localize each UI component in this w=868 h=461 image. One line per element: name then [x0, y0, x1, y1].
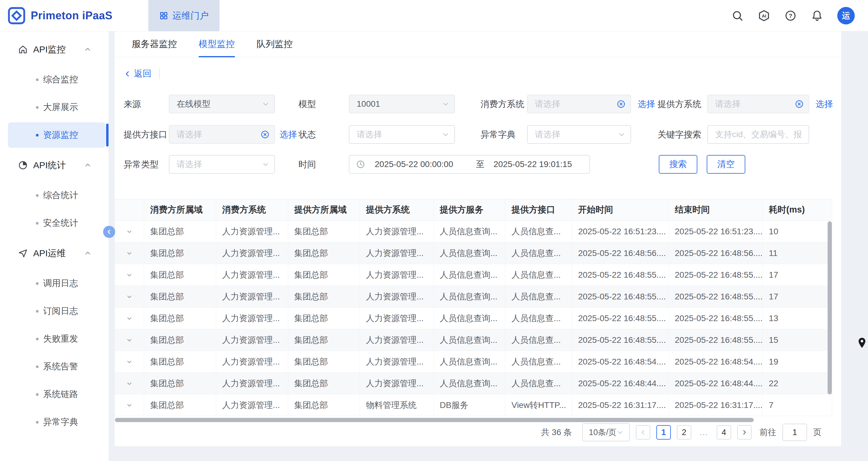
- search-button[interactable]: 搜索: [659, 155, 698, 174]
- sidebar-item-system-alert[interactable]: 系统告警: [8, 354, 105, 379]
- chevron-down-icon: [617, 428, 624, 436]
- time-end-value[interactable]: 2025-05-22 19:01:15: [494, 159, 572, 169]
- sidebar-item-label: 系统告警: [43, 361, 78, 373]
- sidebar-item-label: 异常字典: [43, 416, 78, 428]
- sidebar-group-api-stats[interactable]: API统计: [0, 150, 108, 180]
- table-cell: 人力资源管理...: [360, 264, 434, 285]
- sidebar-group-api-ops[interactable]: API运维: [0, 238, 108, 268]
- table-row: 集团总部人力资源管理...集团总部人力资源管理...人员信息查询...人员信息查…: [115, 308, 832, 329]
- page-size-value: 10条/页: [589, 427, 617, 438]
- tab-queue-monitor[interactable]: 队列监控: [256, 31, 293, 57]
- table-cell: 集团总部: [144, 329, 216, 351]
- exception-dict-select[interactable]: 请选择: [527, 125, 631, 144]
- next-page-button[interactable]: [737, 425, 752, 439]
- table-cell: 2025-05-22 16:48:56....: [669, 242, 763, 264]
- page-button-4[interactable]: 4: [717, 425, 731, 439]
- model-select[interactable]: 10001: [349, 95, 455, 113]
- clear-button[interactable]: 清空: [707, 155, 745, 174]
- status-select[interactable]: 请选择: [349, 125, 455, 144]
- page-ellipsis[interactable]: ...: [698, 428, 711, 437]
- table-cell: 2025-05-22 16:31:17....: [572, 394, 669, 416]
- row-expand-icon[interactable]: [115, 373, 144, 394]
- row-expand-icon[interactable]: [115, 264, 144, 285]
- table-cell: 集团总部: [144, 351, 216, 372]
- portal-tab[interactable]: 运维门户: [148, 0, 219, 31]
- goto-unit: 页: [813, 427, 822, 438]
- table-cell: 集团总部: [288, 394, 360, 416]
- vertical-scrollbar[interactable]: [828, 221, 832, 394]
- sidebar-item-label: 大屏展示: [43, 101, 78, 113]
- model-value: 10001: [356, 99, 380, 109]
- time-range-picker[interactable]: 2025-05-22 00:00:00 至 2025-05-22 19:01:1…: [349, 155, 590, 174]
- clear-circle-icon[interactable]: [260, 130, 270, 139]
- row-expand-icon[interactable]: [115, 286, 144, 307]
- chevron-up-icon: [84, 161, 92, 169]
- provider-interface-select-link[interactable]: 选择: [279, 125, 297, 144]
- tab-server-monitor[interactable]: 服务器监控: [132, 31, 177, 57]
- row-expand-icon[interactable]: [115, 221, 144, 242]
- clear-circle-icon[interactable]: [795, 99, 804, 109]
- user-avatar[interactable]: 运: [837, 7, 855, 24]
- sidebar-item-dashboard[interactable]: 大屏展示: [8, 95, 105, 120]
- table-cell: 11: [763, 242, 832, 264]
- bell-icon[interactable]: [811, 9, 824, 22]
- provider-interface-input[interactable]: 请选择: [169, 125, 275, 144]
- sidebar-group-api-monitor[interactable]: API监控: [0, 34, 108, 64]
- table-cell: 集团总部: [288, 329, 360, 351]
- goto-page-input[interactable]: [782, 424, 807, 441]
- table-cell: 人力资源管理...: [216, 394, 288, 416]
- page-button-2[interactable]: 2: [677, 425, 691, 439]
- table-cell: 人力资源管理...: [360, 286, 434, 307]
- row-expand-icon[interactable]: [115, 329, 144, 351]
- search-icon[interactable]: [731, 9, 744, 22]
- sidebar-collapse-button[interactable]: [103, 226, 115, 238]
- sidebar-item-subscribe-log[interactable]: 订阅日志: [8, 299, 105, 324]
- clear-circle-icon[interactable]: [617, 99, 626, 109]
- row-expand-icon[interactable]: [115, 351, 144, 372]
- exception-type-placeholder: 请选择: [177, 159, 202, 170]
- table-cell: 人员信息查...: [505, 373, 572, 394]
- row-expand-icon[interactable]: [115, 394, 144, 416]
- provider-system-select-link[interactable]: 选择: [815, 95, 833, 113]
- content-card: 服务器监控 模型监控 队列监控 返回 来源 在线模型 模型 10001 消费方系…: [115, 31, 841, 446]
- source-select[interactable]: 在线模型: [169, 95, 275, 113]
- page-size-select[interactable]: 10条/页: [582, 423, 630, 441]
- svg-text:AI: AI: [762, 13, 766, 19]
- table-cell: 人力资源管理...: [216, 351, 288, 372]
- table-body: 集团总部人力资源管理...集团总部人力资源管理...人员信息查询...人员信息查…: [115, 221, 832, 416]
- sidebar-item-label: 系统链路: [43, 388, 78, 400]
- page-button-1[interactable]: 1: [656, 425, 671, 439]
- app-logo-icon: [8, 7, 25, 24]
- sidebar-item-resource-monitor[interactable]: 资源监控: [8, 122, 105, 148]
- sidebar-item-system-trace[interactable]: 系统链路: [8, 382, 105, 407]
- row-expand-icon[interactable]: [115, 308, 144, 329]
- table-cell: 人员信息查...: [505, 308, 572, 329]
- table-row: 集团总部人力资源管理...集团总部人力资源管理...人员信息查询...人员信息查…: [115, 221, 832, 242]
- table-cell: 集团总部: [144, 308, 216, 329]
- provider-system-input[interactable]: 请选择: [707, 95, 809, 113]
- table-cell: 2025-05-22 16:51:23....: [572, 221, 669, 242]
- prev-page-button[interactable]: [636, 425, 650, 439]
- keyword-field: [707, 125, 809, 144]
- consumer-system-input[interactable]: 请选择: [527, 95, 631, 113]
- row-expand-icon[interactable]: [115, 242, 144, 264]
- consumer-system-select-link[interactable]: 选择: [638, 95, 655, 113]
- table-cell: 人员信息查询...: [434, 264, 506, 285]
- chevron-right-icon: [741, 429, 748, 436]
- ai-icon[interactable]: AI: [758, 9, 770, 22]
- back-link[interactable]: 返回: [134, 68, 151, 80]
- time-start-value[interactable]: 2025-05-22 00:00:00: [375, 159, 457, 169]
- table-cell: 集团总部: [144, 286, 216, 307]
- sidebar-item-call-log[interactable]: 调用日志: [8, 271, 105, 296]
- sidebar-item-comprehensive-stats[interactable]: 综合统计: [8, 183, 105, 208]
- total-count: 共 36 条: [541, 427, 572, 438]
- help-icon[interactable]: ?: [784, 9, 797, 22]
- tab-model-monitor[interactable]: 模型监控: [199, 31, 235, 57]
- keyword-input[interactable]: [708, 130, 809, 139]
- map-pin-icon[interactable]: [858, 337, 867, 350]
- sidebar-item-exception-dict[interactable]: 异常字典: [8, 409, 105, 435]
- exception-type-select[interactable]: 请选择: [169, 155, 275, 174]
- sidebar-item-retry[interactable]: 失败重发: [8, 326, 105, 351]
- sidebar-item-security-stats[interactable]: 安全统计: [8, 211, 105, 236]
- sidebar-item-comprehensive-monitor[interactable]: 综合监控: [8, 67, 105, 92]
